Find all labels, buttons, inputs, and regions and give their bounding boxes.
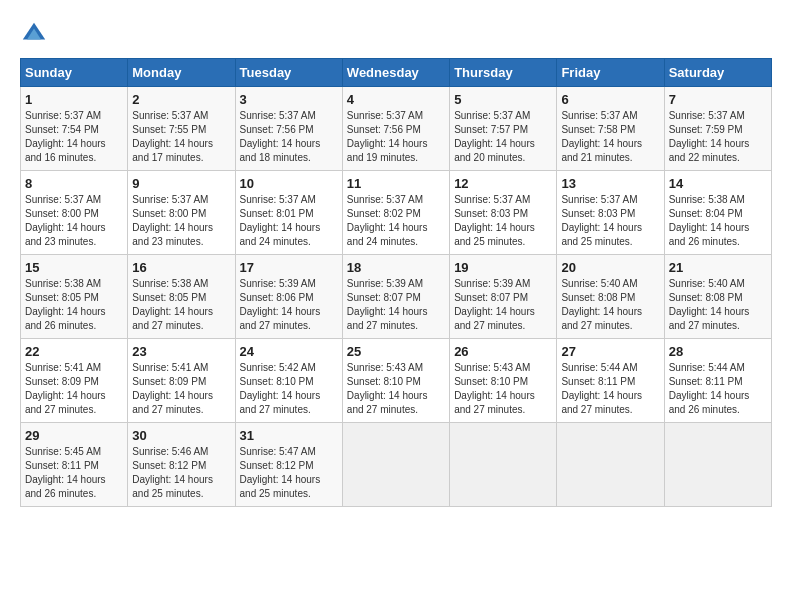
day-number: 27 — [561, 344, 659, 359]
day-cell: 19Sunrise: 5:39 AM Sunset: 8:07 PM Dayli… — [450, 255, 557, 339]
day-cell: 21Sunrise: 5:40 AM Sunset: 8:08 PM Dayli… — [664, 255, 771, 339]
day-info: Sunrise: 5:37 AM Sunset: 8:03 PM Dayligh… — [454, 193, 552, 249]
day-number: 9 — [132, 176, 230, 191]
day-info: Sunrise: 5:45 AM Sunset: 8:11 PM Dayligh… — [25, 445, 123, 501]
day-number: 29 — [25, 428, 123, 443]
day-info: Sunrise: 5:37 AM Sunset: 7:59 PM Dayligh… — [669, 109, 767, 165]
day-number: 3 — [240, 92, 338, 107]
day-cell: 7Sunrise: 5:37 AM Sunset: 7:59 PM Daylig… — [664, 87, 771, 171]
day-cell: 8Sunrise: 5:37 AM Sunset: 8:00 PM Daylig… — [21, 171, 128, 255]
day-cell: 2Sunrise: 5:37 AM Sunset: 7:55 PM Daylig… — [128, 87, 235, 171]
day-number: 8 — [25, 176, 123, 191]
day-cell: 27Sunrise: 5:44 AM Sunset: 8:11 PM Dayli… — [557, 339, 664, 423]
day-info: Sunrise: 5:37 AM Sunset: 7:55 PM Dayligh… — [132, 109, 230, 165]
day-cell: 23Sunrise: 5:41 AM Sunset: 8:09 PM Dayli… — [128, 339, 235, 423]
day-number: 15 — [25, 260, 123, 275]
day-info: Sunrise: 5:41 AM Sunset: 8:09 PM Dayligh… — [25, 361, 123, 417]
day-cell — [342, 423, 449, 507]
day-cell: 10Sunrise: 5:37 AM Sunset: 8:01 PM Dayli… — [235, 171, 342, 255]
day-cell: 5Sunrise: 5:37 AM Sunset: 7:57 PM Daylig… — [450, 87, 557, 171]
header-row: SundayMondayTuesdayWednesdayThursdayFrid… — [21, 59, 772, 87]
day-number: 14 — [669, 176, 767, 191]
day-info: Sunrise: 5:37 AM Sunset: 8:01 PM Dayligh… — [240, 193, 338, 249]
header-cell-thursday: Thursday — [450, 59, 557, 87]
day-number: 23 — [132, 344, 230, 359]
day-number: 21 — [669, 260, 767, 275]
day-cell: 20Sunrise: 5:40 AM Sunset: 8:08 PM Dayli… — [557, 255, 664, 339]
day-number: 24 — [240, 344, 338, 359]
day-info: Sunrise: 5:37 AM Sunset: 7:54 PM Dayligh… — [25, 109, 123, 165]
calendar-table: SundayMondayTuesdayWednesdayThursdayFrid… — [20, 58, 772, 507]
day-number: 26 — [454, 344, 552, 359]
day-number: 18 — [347, 260, 445, 275]
day-info: Sunrise: 5:44 AM Sunset: 8:11 PM Dayligh… — [669, 361, 767, 417]
day-cell: 13Sunrise: 5:37 AM Sunset: 8:03 PM Dayli… — [557, 171, 664, 255]
day-cell: 17Sunrise: 5:39 AM Sunset: 8:06 PM Dayli… — [235, 255, 342, 339]
day-info: Sunrise: 5:39 AM Sunset: 8:06 PM Dayligh… — [240, 277, 338, 333]
day-info: Sunrise: 5:37 AM Sunset: 7:58 PM Dayligh… — [561, 109, 659, 165]
day-info: Sunrise: 5:37 AM Sunset: 8:03 PM Dayligh… — [561, 193, 659, 249]
day-cell: 3Sunrise: 5:37 AM Sunset: 7:56 PM Daylig… — [235, 87, 342, 171]
day-cell: 11Sunrise: 5:37 AM Sunset: 8:02 PM Dayli… — [342, 171, 449, 255]
day-info: Sunrise: 5:43 AM Sunset: 8:10 PM Dayligh… — [347, 361, 445, 417]
day-number: 20 — [561, 260, 659, 275]
header-cell-friday: Friday — [557, 59, 664, 87]
header-cell-monday: Monday — [128, 59, 235, 87]
day-info: Sunrise: 5:38 AM Sunset: 8:04 PM Dayligh… — [669, 193, 767, 249]
day-info: Sunrise: 5:40 AM Sunset: 8:08 PM Dayligh… — [669, 277, 767, 333]
day-cell: 15Sunrise: 5:38 AM Sunset: 8:05 PM Dayli… — [21, 255, 128, 339]
day-cell: 25Sunrise: 5:43 AM Sunset: 8:10 PM Dayli… — [342, 339, 449, 423]
day-info: Sunrise: 5:47 AM Sunset: 8:12 PM Dayligh… — [240, 445, 338, 501]
day-info: Sunrise: 5:41 AM Sunset: 8:09 PM Dayligh… — [132, 361, 230, 417]
day-number: 11 — [347, 176, 445, 191]
day-info: Sunrise: 5:43 AM Sunset: 8:10 PM Dayligh… — [454, 361, 552, 417]
day-cell: 24Sunrise: 5:42 AM Sunset: 8:10 PM Dayli… — [235, 339, 342, 423]
logo-icon — [20, 20, 48, 48]
day-number: 4 — [347, 92, 445, 107]
day-info: Sunrise: 5:37 AM Sunset: 8:00 PM Dayligh… — [132, 193, 230, 249]
day-info: Sunrise: 5:39 AM Sunset: 8:07 PM Dayligh… — [454, 277, 552, 333]
day-cell: 29Sunrise: 5:45 AM Sunset: 8:11 PM Dayli… — [21, 423, 128, 507]
day-cell — [557, 423, 664, 507]
day-number: 7 — [669, 92, 767, 107]
day-number: 28 — [669, 344, 767, 359]
day-number: 10 — [240, 176, 338, 191]
day-cell: 1Sunrise: 5:37 AM Sunset: 7:54 PM Daylig… — [21, 87, 128, 171]
day-info: Sunrise: 5:37 AM Sunset: 7:57 PM Dayligh… — [454, 109, 552, 165]
page-header — [20, 20, 772, 48]
header-cell-sunday: Sunday — [21, 59, 128, 87]
day-number: 19 — [454, 260, 552, 275]
day-info: Sunrise: 5:38 AM Sunset: 8:05 PM Dayligh… — [132, 277, 230, 333]
day-cell: 31Sunrise: 5:47 AM Sunset: 8:12 PM Dayli… — [235, 423, 342, 507]
header-cell-saturday: Saturday — [664, 59, 771, 87]
day-cell — [664, 423, 771, 507]
week-row-1: 1Sunrise: 5:37 AM Sunset: 7:54 PM Daylig… — [21, 87, 772, 171]
day-cell: 28Sunrise: 5:44 AM Sunset: 8:11 PM Dayli… — [664, 339, 771, 423]
day-number: 17 — [240, 260, 338, 275]
day-info: Sunrise: 5:40 AM Sunset: 8:08 PM Dayligh… — [561, 277, 659, 333]
week-row-3: 15Sunrise: 5:38 AM Sunset: 8:05 PM Dayli… — [21, 255, 772, 339]
day-info: Sunrise: 5:37 AM Sunset: 8:02 PM Dayligh… — [347, 193, 445, 249]
day-cell: 14Sunrise: 5:38 AM Sunset: 8:04 PM Dayli… — [664, 171, 771, 255]
day-cell: 18Sunrise: 5:39 AM Sunset: 8:07 PM Dayli… — [342, 255, 449, 339]
day-number: 16 — [132, 260, 230, 275]
day-cell: 16Sunrise: 5:38 AM Sunset: 8:05 PM Dayli… — [128, 255, 235, 339]
day-info: Sunrise: 5:37 AM Sunset: 7:56 PM Dayligh… — [240, 109, 338, 165]
day-cell: 6Sunrise: 5:37 AM Sunset: 7:58 PM Daylig… — [557, 87, 664, 171]
day-cell: 26Sunrise: 5:43 AM Sunset: 8:10 PM Dayli… — [450, 339, 557, 423]
day-cell: 30Sunrise: 5:46 AM Sunset: 8:12 PM Dayli… — [128, 423, 235, 507]
day-info: Sunrise: 5:37 AM Sunset: 7:56 PM Dayligh… — [347, 109, 445, 165]
day-info: Sunrise: 5:38 AM Sunset: 8:05 PM Dayligh… — [25, 277, 123, 333]
day-number: 13 — [561, 176, 659, 191]
day-cell: 9Sunrise: 5:37 AM Sunset: 8:00 PM Daylig… — [128, 171, 235, 255]
day-info: Sunrise: 5:46 AM Sunset: 8:12 PM Dayligh… — [132, 445, 230, 501]
day-info: Sunrise: 5:39 AM Sunset: 8:07 PM Dayligh… — [347, 277, 445, 333]
header-cell-tuesday: Tuesday — [235, 59, 342, 87]
day-number: 22 — [25, 344, 123, 359]
day-cell: 12Sunrise: 5:37 AM Sunset: 8:03 PM Dayli… — [450, 171, 557, 255]
day-number: 5 — [454, 92, 552, 107]
week-row-4: 22Sunrise: 5:41 AM Sunset: 8:09 PM Dayli… — [21, 339, 772, 423]
week-row-2: 8Sunrise: 5:37 AM Sunset: 8:00 PM Daylig… — [21, 171, 772, 255]
day-number: 12 — [454, 176, 552, 191]
day-cell: 22Sunrise: 5:41 AM Sunset: 8:09 PM Dayli… — [21, 339, 128, 423]
